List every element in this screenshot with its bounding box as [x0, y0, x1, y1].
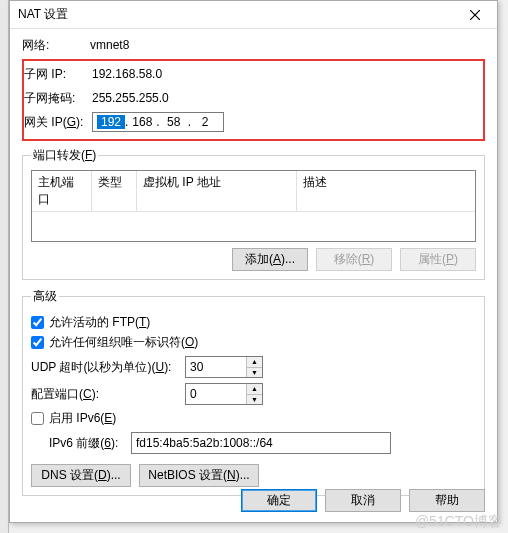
subnet-mask-value: 255.255.255.0: [92, 91, 169, 105]
orgid-checkbox[interactable]: [31, 336, 44, 349]
add-button[interactable]: 添加(A)...: [232, 248, 308, 271]
network-label: 网络:: [22, 37, 90, 54]
udp-timeout-input[interactable]: [186, 357, 246, 377]
col-vm-ip[interactable]: 虚拟机 IP 地址: [137, 171, 297, 211]
ipv6-checkbox[interactable]: [31, 412, 44, 425]
udp-timeout-spinner[interactable]: ▲▼: [185, 356, 263, 378]
orgid-label: 允许任何组织唯一标识符(O): [49, 334, 198, 351]
port-forward-legend: 端口转发(F): [31, 147, 98, 164]
ipv6-label: 启用 IPv6(E): [49, 410, 116, 427]
advanced-group: 高级 允许活动的 FTP(T) 允许任何组织唯一标识符(O) UDP 超时(以秒…: [22, 288, 485, 496]
cancel-button[interactable]: 取消: [325, 489, 401, 512]
port-forward-group: 端口转发(F) 主机端口 类型 虚拟机 IP 地址 描述 添加(A)... 移除…: [22, 147, 485, 280]
cfg-port-input[interactable]: [186, 384, 246, 404]
help-button[interactable]: 帮助: [409, 489, 485, 512]
close-button[interactable]: [452, 1, 497, 29]
spin-up-icon[interactable]: ▲: [247, 357, 262, 368]
advanced-legend: 高级: [31, 288, 59, 305]
spin-down-icon[interactable]: ▼: [247, 368, 262, 378]
highlight-region: 子网 IP: 192.168.58.0 子网掩码: 255.255.255.0 …: [22, 59, 485, 141]
orgid-checkbox-row[interactable]: 允许任何组织唯一标识符(O): [31, 334, 476, 351]
titlebar[interactable]: NAT 设置: [10, 1, 497, 29]
udp-timeout-label: UDP 超时(以秒为单位)(U):: [31, 359, 181, 376]
gateway-seg1[interactable]: 192: [97, 115, 125, 129]
subnet-ip-value: 192.168.58.0: [92, 67, 162, 81]
spin-up-icon[interactable]: ▲: [247, 384, 262, 395]
cfg-port-label: 配置端口(C):: [31, 386, 181, 403]
netbios-settings-button[interactable]: NetBIOS 设置(N)...: [139, 464, 259, 487]
ftp-checkbox-row[interactable]: 允许活动的 FTP(T): [31, 314, 476, 331]
subnet-mask-label: 子网掩码:: [24, 90, 92, 107]
dialog-title: NAT 设置: [18, 6, 452, 23]
ipv6-prefix-input[interactable]: [131, 432, 391, 454]
dns-settings-button[interactable]: DNS 设置(D)...: [31, 464, 131, 487]
ipv6-checkbox-row[interactable]: 启用 IPv6(E): [31, 410, 476, 427]
gateway-ip-input[interactable]: 192. 168. 58. 2: [92, 112, 224, 132]
port-forward-table[interactable]: 主机端口 类型 虚拟机 IP 地址 描述: [31, 170, 476, 242]
ftp-label: 允许活动的 FTP(T): [49, 314, 150, 331]
ipv6-prefix-label: IPv6 前缀(6):: [49, 435, 127, 452]
subnet-ip-label: 子网 IP:: [24, 66, 92, 83]
col-desc[interactable]: 描述: [297, 171, 475, 211]
col-host-port[interactable]: 主机端口: [32, 171, 92, 211]
gateway-seg2[interactable]: 168: [128, 115, 156, 129]
nat-settings-dialog: NAT 设置 网络: vmnet8 子网 IP: 192.168.58.0 子网…: [9, 0, 498, 523]
gateway-label: 网关 IP(G):: [24, 114, 92, 131]
cfg-port-spinner[interactable]: ▲▼: [185, 383, 263, 405]
ok-button[interactable]: 确定: [241, 489, 317, 512]
spin-down-icon[interactable]: ▼: [247, 395, 262, 405]
gateway-seg3[interactable]: 58: [160, 115, 188, 129]
ftp-checkbox[interactable]: [31, 316, 44, 329]
col-type[interactable]: 类型: [92, 171, 137, 211]
properties-button: 属性(P): [400, 248, 476, 271]
network-value: vmnet8: [90, 38, 129, 52]
gateway-seg4[interactable]: 2: [191, 115, 219, 129]
remove-button: 移除(R): [316, 248, 392, 271]
